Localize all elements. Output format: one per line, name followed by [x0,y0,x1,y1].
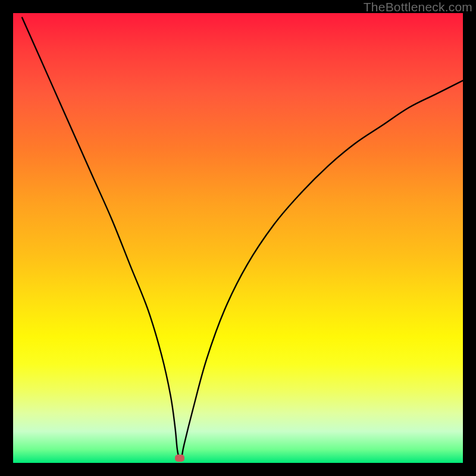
chart-container: TheBottleneck.com [0,0,476,476]
watermark-text: TheBottleneck.com [364,0,472,14]
plot-area [13,13,463,463]
min-marker [175,455,184,462]
curve-svg [13,13,463,463]
bottleneck-curve [22,18,463,459]
